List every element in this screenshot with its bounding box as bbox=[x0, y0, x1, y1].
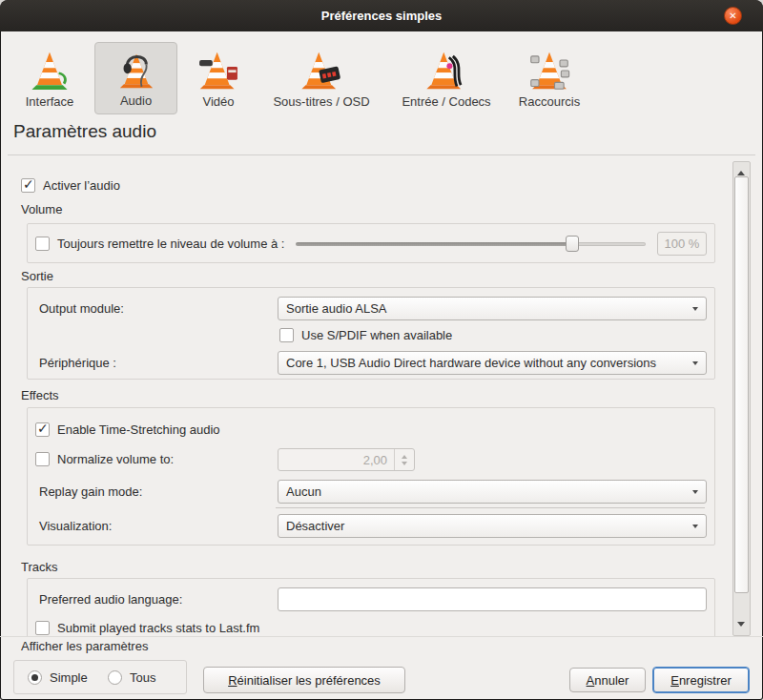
volume-value-spinbox: 100 % bbox=[657, 232, 707, 256]
mode-all-row[interactable]: Tous bbox=[108, 670, 155, 685]
page-title: Paramètres audio bbox=[13, 121, 156, 142]
tab-audio-label: Audio bbox=[120, 93, 152, 108]
normalize-value: 2,00 bbox=[363, 453, 387, 467]
spin-down-icon bbox=[402, 462, 407, 468]
replay-gain-label: Replay gain mode: bbox=[39, 484, 142, 499]
volume-section-label: Volume bbox=[21, 202, 62, 216]
heading-separator bbox=[8, 154, 755, 155]
output-module-label: Output module: bbox=[39, 301, 124, 316]
spin-buttons bbox=[394, 449, 414, 470]
preferred-language-label: Preferred audio language: bbox=[39, 592, 182, 607]
chevron-down-icon bbox=[692, 525, 698, 531]
enable-audio-label: Activer l’audio bbox=[43, 178, 120, 193]
spdif-checkbox-row[interactable]: Use S/PDIF when available bbox=[279, 328, 452, 342]
cancel-button[interactable]: Annuler bbox=[569, 668, 646, 692]
interface-cone-icon bbox=[29, 50, 71, 92]
spdif-checkbox[interactable] bbox=[279, 328, 294, 342]
effects-separator bbox=[276, 507, 705, 508]
visualization-combobox[interactable]: Désactiver bbox=[278, 514, 707, 538]
output-module-combobox[interactable]: Sortie audio ALSA bbox=[278, 297, 707, 320]
footer-separator bbox=[0, 636, 763, 637]
save-button-label: Enregistrer bbox=[670, 673, 732, 688]
enable-audio-checkbox-row[interactable]: Activer l’audio bbox=[21, 178, 120, 193]
output-groupbox: Output module: Sortie audio ALSA Use S/P… bbox=[27, 287, 715, 380]
visualization-label: Visualization: bbox=[39, 519, 112, 533]
device-combobox[interactable]: Core 1, USB Audio Direct hardware device… bbox=[278, 351, 707, 375]
lastfm-checkbox[interactable] bbox=[35, 621, 50, 635]
tab-subtitles-osd[interactable]: Sous-titres / OSD bbox=[256, 42, 387, 114]
tab-shortcuts-label: Raccourcis bbox=[519, 94, 580, 109]
tab-video[interactable]: Vidéo bbox=[187, 42, 250, 114]
volume-slider-handle[interactable] bbox=[566, 236, 579, 252]
window-title: Préférences simples bbox=[321, 9, 442, 23]
visualization-value: Désactiver bbox=[286, 519, 344, 533]
reset-preferences-button[interactable]: Réinitialiser les préférences bbox=[203, 667, 405, 693]
normalize-label: Normalize volume to: bbox=[57, 452, 174, 466]
spdif-label: Use S/PDIF when available bbox=[301, 328, 452, 342]
volume-value: 100 % bbox=[665, 237, 700, 251]
normalize-checkbox[interactable] bbox=[35, 452, 50, 466]
video-cone-icon bbox=[197, 50, 239, 92]
tab-audio[interactable]: Audio bbox=[94, 42, 177, 114]
reset-preferences-button-label: Réinitialiser les préférences bbox=[228, 673, 381, 688]
normalize-value-spinbox: 2,00 bbox=[278, 448, 415, 471]
scrollbar-handle[interactable] bbox=[734, 176, 749, 593]
tracks-groupbox: Preferred audio language: Submit played … bbox=[27, 578, 715, 637]
show-settings-label: Afficher les paramètres bbox=[21, 639, 148, 653]
mode-simple-row[interactable]: Simple bbox=[28, 670, 88, 685]
subtitles-cone-icon bbox=[300, 50, 342, 92]
effects-section-label: Effects bbox=[21, 388, 59, 402]
always-reset-volume-label: Toujours remettre le niveau de volume à … bbox=[57, 237, 284, 251]
all-radio-label: Tous bbox=[130, 670, 155, 685]
tab-video-label: Vidéo bbox=[202, 94, 234, 109]
replay-gain-value: Aucun bbox=[286, 484, 321, 499]
chevron-down-icon bbox=[692, 490, 698, 497]
all-radio[interactable] bbox=[108, 670, 122, 685]
input-codecs-cone-icon bbox=[425, 50, 467, 92]
chevron-down-icon bbox=[692, 361, 698, 368]
lastfm-label: Submit played tracks stats to Last.fm bbox=[57, 621, 259, 635]
time-stretching-label: Enable Time-Stretching audio bbox=[57, 422, 220, 437]
time-stretching-checkbox-row[interactable]: Enable Time-Stretching audio bbox=[35, 422, 220, 437]
volume-slider[interactable] bbox=[296, 236, 646, 252]
shortcuts-cone-icon bbox=[528, 50, 570, 92]
output-module-value: Sortie audio ALSA bbox=[286, 301, 387, 316]
settings-mode-groupbox: Simple Tous bbox=[13, 660, 187, 694]
scroll-up-icon[interactable] bbox=[737, 167, 745, 175]
audio-cone-icon bbox=[115, 49, 157, 91]
chevron-down-icon bbox=[692, 307, 698, 314]
device-value: Core 1, USB Audio Direct hardware device… bbox=[286, 356, 656, 370]
simple-radio[interactable] bbox=[28, 670, 42, 685]
cancel-button-label: Annuler bbox=[587, 673, 629, 688]
preferences-dialog: Préférences simples ✕ Interface bbox=[0, 0, 763, 700]
save-button[interactable]: Enregistrer bbox=[652, 667, 750, 693]
tab-shortcuts[interactable]: Raccourcis bbox=[505, 42, 593, 114]
vertical-scrollbar[interactable] bbox=[732, 161, 751, 636]
simple-radio-label: Simple bbox=[50, 670, 88, 685]
tab-subtitles-osd-label: Sous-titres / OSD bbox=[273, 94, 369, 109]
tracks-section-label: Tracks bbox=[21, 560, 58, 574]
replay-gain-combobox[interactable]: Aucun bbox=[278, 480, 707, 504]
tab-input-codecs[interactable]: Entrée / Codecs bbox=[391, 42, 502, 114]
settings-scroll-area: Activer l’audio Volume Toujours remettre… bbox=[0, 160, 763, 637]
spin-up-icon bbox=[402, 452, 407, 459]
tab-interface-label: Interface bbox=[26, 94, 74, 109]
close-button[interactable]: ✕ bbox=[724, 7, 742, 25]
volume-slider-track-empty bbox=[572, 242, 646, 246]
volume-slider-track-filled bbox=[296, 242, 572, 246]
titlebar[interactable]: Préférences simples ✕ bbox=[0, 0, 763, 31]
lastfm-checkbox-row[interactable]: Submit played tracks stats to Last.fm bbox=[35, 621, 259, 635]
tab-interface[interactable]: Interface bbox=[11, 42, 88, 114]
effects-groupbox: Enable Time-Stretching audio Normalize v… bbox=[27, 407, 715, 546]
normalize-checkbox-row[interactable]: Normalize volume to: bbox=[35, 452, 174, 466]
close-icon: ✕ bbox=[729, 10, 736, 21]
output-section-label: Sortie bbox=[21, 269, 53, 283]
enable-audio-checkbox[interactable] bbox=[21, 178, 35, 193]
device-label: Périphérique : bbox=[39, 356, 116, 370]
always-reset-volume-checkbox[interactable] bbox=[35, 237, 50, 251]
scroll-down-icon[interactable] bbox=[737, 622, 745, 630]
preferred-language-input[interactable] bbox=[278, 587, 707, 611]
time-stretching-checkbox[interactable] bbox=[35, 422, 50, 437]
volume-groupbox: Toujours remettre le niveau de volume à … bbox=[27, 223, 715, 263]
tab-input-codecs-label: Entrée / Codecs bbox=[402, 94, 490, 109]
